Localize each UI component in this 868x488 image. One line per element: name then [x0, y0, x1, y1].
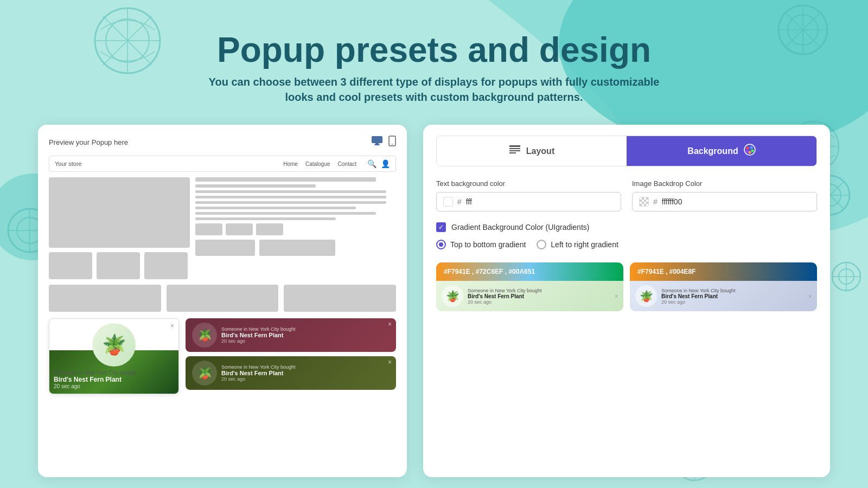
popup-bought-text: Someone in New York City bought: [54, 370, 174, 376]
svg-rect-48: [509, 148, 520, 149]
gradient-checkbox-label: Gradient Background Color (UIgradients): [451, 223, 589, 232]
svg-rect-43: [375, 143, 379, 144]
svg-point-54: [751, 150, 754, 152]
radio-left-right[interactable]: Left to right gradient: [537, 240, 618, 249]
settings-panel: Layout Background Text background color …: [423, 125, 830, 477]
gradient-checkbox[interactable]: ✓: [436, 222, 446, 232]
text-bg-value: fff: [466, 197, 472, 206]
preset-2-name: Bird's Nest Fern Plant: [661, 293, 804, 299]
palette-icon: [744, 144, 756, 158]
tab-layout-label: Layout: [526, 146, 554, 156]
preset-grid: #F7941E , #72C6EF , #00A651 🪴 Someone in…: [436, 262, 817, 311]
popup-olive-plant: 🪴: [192, 361, 217, 386]
layout-icon: [509, 145, 521, 157]
popup-product-name: Bird's Nest Fern Plant: [54, 376, 174, 383]
text-bg-label: Text background color: [436, 179, 621, 188]
svg-rect-44: [374, 144, 380, 145]
preset-2-header: #F7941E , #004E8F: [630, 262, 817, 281]
svg-point-56: [745, 150, 748, 153]
bottom-row: [49, 285, 396, 312]
text-bg-color-group: Text background color # fff: [436, 179, 621, 211]
popup-close-red[interactable]: ×: [388, 320, 392, 328]
svg-point-46: [392, 144, 393, 145]
store-content: [49, 177, 396, 279]
preset-2-close[interactable]: ×: [808, 293, 812, 299]
preset-1-close[interactable]: ×: [615, 293, 618, 299]
radio-top-bottom-dot: [436, 240, 446, 249]
nav-item-home: Home: [283, 161, 298, 167]
preview-icons: [371, 136, 396, 149]
image-backdrop-input-row[interactable]: # ffffff00: [632, 192, 817, 211]
tab-background-label: Background: [687, 146, 738, 156]
radio-top-bottom[interactable]: Top to bottom gradient: [436, 240, 526, 249]
radio-left-right-dot: [537, 240, 546, 249]
preset-1-time: 20 sec ago: [468, 299, 610, 305]
image-backdrop-swatch: [639, 197, 649, 207]
gradient-checkbox-row: ✓ Gradient Background Color (UIgradients…: [436, 222, 817, 232]
popup-close-icon[interactable]: ×: [170, 322, 174, 330]
popup-right-group: × 🪴 Someone in New York City bought Bird…: [186, 318, 396, 394]
mobile-icon[interactable]: [388, 136, 396, 149]
preset-2-time: 20 sec ago: [661, 299, 804, 305]
preset-1-text: Someone in New York City bought Bird's N…: [468, 288, 610, 305]
page-subtitle: You can choose between 3 different type …: [201, 74, 667, 105]
preset-1-name: Bird's Nest Fern Plant: [468, 293, 610, 299]
text-bg-hash: #: [457, 197, 462, 206]
popup-red-name: Bird's Nest Fern Plant: [221, 332, 296, 338]
search-icon[interactable]: 🔍: [367, 159, 376, 168]
popup-red-text: Someone in New York City bought Bird's N…: [221, 326, 296, 344]
store-name: Your store: [55, 160, 272, 167]
popup-olive-bought: Someone in New York City bought: [221, 364, 296, 370]
content-right: [195, 177, 396, 279]
svg-rect-42: [372, 136, 382, 143]
store-nav: Your store Home Catalogue Contact 🔍 👤: [49, 156, 396, 172]
popup-olive-time: 20 sec ago: [221, 376, 296, 382]
color-fields: Text background color # fff Image Backdr…: [436, 179, 817, 211]
preview-panel: Preview your Popup here Your store Home …: [38, 125, 407, 477]
tab-row: Layout Background: [436, 136, 817, 166]
preset-card-1[interactable]: #F7941E , #72C6EF , #00A651 🪴 Someone in…: [436, 262, 623, 311]
preset-2-text: Someone in New York City bought Bird's N…: [661, 288, 804, 305]
popup-close-olive[interactable]: ×: [388, 358, 392, 366]
radio-left-right-label: Left to right gradient: [551, 240, 618, 249]
preview-title: Preview your Popup here: [49, 138, 128, 146]
popup-right-red: × 🪴 Someone in New York City bought Bird…: [186, 318, 396, 352]
preset-2-preview: 🪴 Someone in New York City bought Bird's…: [630, 281, 817, 311]
nav-item-catalogue: Catalogue: [305, 161, 330, 167]
svg-point-55: [748, 151, 751, 154]
popup-area: × 🪴 Someone in New York City bought Bird…: [49, 318, 396, 394]
popup-red-plant: 🪴: [192, 323, 217, 348]
preview-header: Preview your Popup here: [49, 136, 396, 149]
desktop-icon[interactable]: [371, 136, 383, 149]
preset-2-bought: Someone in New York City bought: [661, 288, 804, 293]
text-bg-input-row[interactable]: # fff: [436, 192, 621, 211]
popup-red-bought: Someone in New York City bought: [221, 326, 296, 332]
nav-items: Home Catalogue Contact: [283, 161, 356, 167]
image-backdrop-value: ffffff00: [662, 197, 682, 206]
svg-rect-49: [509, 150, 520, 151]
popup-olive-text: Someone in New York City bought Bird's N…: [221, 364, 296, 382]
preset-1-plant: 🪴: [442, 285, 463, 307]
nav-actions: 🔍 👤: [367, 159, 390, 168]
preset-1-header: #F7941E , #72C6EF , #00A651: [436, 262, 623, 281]
page-title: Popup presets and design: [217, 31, 651, 69]
header-section: Popup presets and design You can choose …: [0, 0, 868, 125]
popup-time: 20 sec ago: [54, 383, 174, 389]
image-backdrop-hash: #: [653, 197, 658, 206]
svg-rect-50: [509, 152, 516, 153]
popup-red-time: 20 sec ago: [221, 338, 296, 344]
svg-rect-47: [509, 145, 520, 147]
image-backdrop-label: Image Backdrop Color: [632, 179, 817, 188]
tab-background[interactable]: Background: [627, 136, 816, 166]
popup-right-olive: × 🪴 Someone in New York City bought Bird…: [186, 356, 396, 390]
preset-card-2[interactable]: #F7941E , #004E8F 🪴 Someone in New York …: [630, 262, 817, 311]
nav-item-contact: Contact: [338, 161, 356, 167]
popup-olive-name: Bird's Nest Fern Plant: [221, 370, 296, 376]
preset-1-preview: 🪴 Someone in New York City bought Bird's…: [436, 281, 623, 311]
preset-1-bought: Someone in New York City bought: [468, 288, 610, 293]
content-left: [49, 177, 190, 279]
preset-2-plant: 🪴: [635, 285, 657, 307]
main-area: Preview your Popup here Your store Home …: [38, 125, 830, 477]
user-icon[interactable]: 👤: [381, 159, 390, 168]
tab-layout[interactable]: Layout: [437, 136, 627, 166]
